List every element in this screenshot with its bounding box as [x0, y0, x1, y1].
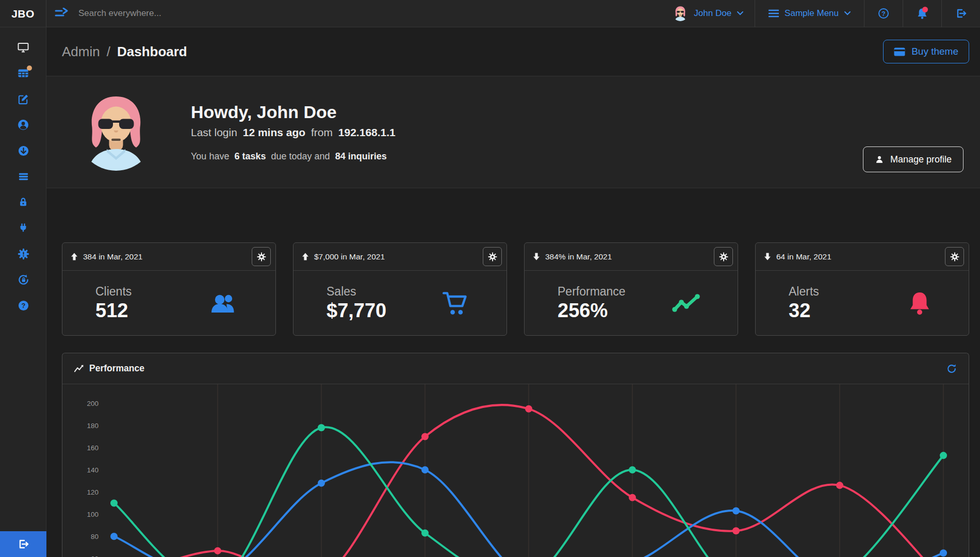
lock-icon [18, 196, 29, 208]
stat-card-sales: $7,000 in Mar, 2021 Sales $7,770 [293, 242, 507, 336]
welcome-panel: Howdy, John Doe Last login 12 mins ago f… [46, 76, 980, 188]
card-settings-button[interactable] [252, 247, 271, 266]
sidebar-item-widgets[interactable] [0, 60, 46, 86]
gear-icon [719, 252, 728, 261]
performance-panel: Performance 2001801601401201008060 [62, 353, 969, 557]
manage-profile-button[interactable]: Manage profile [863, 146, 963, 172]
sidebar-toggle-button[interactable] [55, 8, 68, 19]
sidebar-item-alerts[interactable] [0, 241, 46, 267]
desktop-icon [17, 41, 29, 54]
svg-text:200: 200 [87, 400, 99, 407]
sidebar: ? [0, 27, 46, 557]
breadcrumb-section[interactable]: Admin [62, 44, 100, 60]
chart-panel-title: Performance [89, 363, 144, 374]
card-settings-button[interactable] [714, 247, 733, 266]
sidebar-item-lists[interactable] [0, 163, 46, 189]
user-menu[interactable]: John Doe [661, 0, 755, 27]
svg-text:60: 60 [91, 555, 99, 557]
notifications-button[interactable] [903, 0, 941, 27]
sidebar-item-help[interactable]: ? [0, 292, 46, 318]
shopping-cart-icon [442, 290, 469, 316]
stat-value: 512 [95, 300, 132, 322]
svg-text:?: ? [21, 302, 25, 309]
stat-value: 32 [789, 300, 819, 322]
last-login-time: 12 mins ago [243, 126, 305, 138]
user-name: John Doe [694, 8, 731, 19]
sidebar-badge [27, 65, 32, 71]
manage-profile-label: Manage profile [890, 154, 952, 165]
refresh-button[interactable] [946, 363, 957, 374]
help-button[interactable]: ? [864, 0, 903, 27]
sidebar-item-security[interactable] [0, 267, 46, 292]
sidebar-item-profile[interactable] [0, 112, 46, 138]
list-icon [18, 171, 29, 183]
user-icon [875, 155, 884, 164]
buy-theme-label: Buy theme [911, 46, 958, 57]
sidebar-item-dashboard[interactable] [0, 35, 46, 60]
stat-label: Clients [95, 285, 132, 299]
stat-label: Performance [558, 285, 626, 299]
gear-alert-icon [18, 248, 29, 260]
performance-chart: 2001801601401201008060 [62, 384, 969, 557]
chart-icon [74, 364, 84, 373]
svg-text:180: 180 [87, 422, 99, 430]
svg-text:?: ? [881, 10, 885, 18]
sidebar-item-downloads[interactable] [0, 138, 46, 163]
avatar [673, 6, 688, 21]
stat-change: $7,000 in Mar, 2021 [302, 252, 385, 261]
users-icon [209, 291, 238, 315]
top-navbar: JBO [0, 0, 980, 27]
sidebar-item-lock[interactable] [0, 189, 46, 215]
arrow-down-icon [533, 253, 540, 260]
gear-icon [488, 252, 497, 261]
stat-label: Sales [326, 285, 386, 299]
tasks-line: You have 6 tasks due today and 84 inquir… [191, 151, 396, 162]
search-input[interactable] [78, 8, 295, 19]
stat-cards-row: 384 in Mar, 2021 Clients 512 [62, 242, 969, 336]
svg-text:120: 120 [87, 488, 99, 496]
stat-value: 256% [558, 300, 626, 322]
inquiries-count: 84 inquiries [335, 151, 387, 161]
bell-icon [908, 290, 932, 316]
sidebar-item-integrations[interactable] [0, 215, 46, 241]
stat-change: 384 in Mar, 2021 [71, 252, 142, 261]
last-login-ip: 192.168.1.1 [338, 126, 396, 138]
stat-change: 384% in Mar, 2021 [533, 252, 612, 261]
gear-icon [950, 252, 959, 261]
help-circle-icon: ? [877, 7, 890, 20]
tasks-count: 6 tasks [234, 151, 266, 161]
stat-change: 64 in Mar, 2021 [764, 252, 831, 261]
card-settings-button[interactable] [483, 247, 502, 266]
arrow-up-icon [71, 253, 78, 260]
svg-text:80: 80 [91, 533, 99, 540]
app-logo[interactable]: JBO [0, 0, 46, 27]
question-circle-icon: ? [18, 300, 29, 312]
breadcrumb-separator: / [107, 44, 110, 60]
sign-out-icon [955, 7, 967, 20]
sign-out-icon [17, 538, 29, 550]
svg-text:100: 100 [87, 511, 99, 518]
sidebar-item-logout[interactable] [0, 531, 46, 557]
card-settings-button[interactable] [945, 247, 964, 266]
chevron-down-icon [737, 11, 743, 15]
page-title: Dashboard [117, 44, 187, 60]
arrow-up-icon [302, 253, 309, 260]
credit-card-icon [894, 47, 905, 56]
stat-card-alerts: 64 in Mar, 2021 Alerts 32 [755, 242, 969, 336]
arrow-down-circle-icon [18, 145, 29, 157]
sidebar-item-forms[interactable] [0, 86, 46, 112]
svg-text:160: 160 [87, 444, 99, 452]
user-circle-icon [17, 119, 29, 131]
stat-card-performance: 384% in Mar, 2021 Performance 256% [524, 242, 738, 336]
hamburger-icon [769, 9, 779, 18]
logout-button[interactable] [942, 0, 980, 27]
refresh-icon [946, 363, 957, 374]
rotate-lock-icon [18, 274, 29, 286]
plug-icon [18, 222, 29, 234]
performance-chart-svg: 2001801601401201008060 [62, 384, 969, 557]
arrow-down-icon [764, 253, 771, 260]
sample-menu[interactable]: Sample Menu [755, 0, 864, 27]
buy-theme-button[interactable]: Buy theme [883, 40, 969, 63]
chevron-down-icon [844, 11, 851, 15]
stat-value: $7,770 [326, 300, 386, 322]
